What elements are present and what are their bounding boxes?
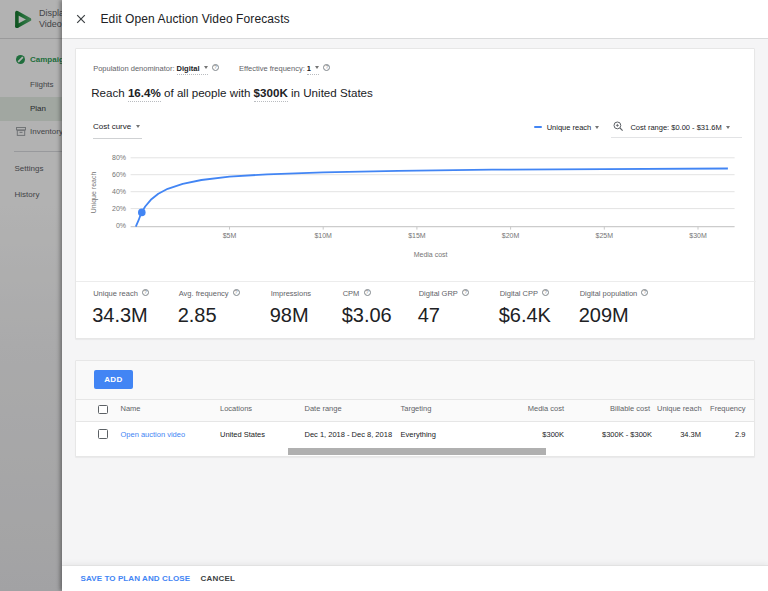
svg-text:$5M: $5M bbox=[223, 232, 237, 239]
svg-text:20%: 20% bbox=[112, 205, 126, 212]
svg-text:$30M: $30M bbox=[690, 232, 708, 239]
svg-text:$10M: $10M bbox=[315, 232, 333, 239]
svg-text:Media cost: Media cost bbox=[414, 250, 448, 257]
svg-text:$25M: $25M bbox=[596, 232, 614, 239]
svg-text:40%: 40% bbox=[112, 188, 126, 195]
svg-text:$15M: $15M bbox=[409, 232, 427, 239]
svg-text:0%: 0% bbox=[116, 222, 126, 229]
svg-text:60%: 60% bbox=[112, 171, 126, 178]
svg-text:Unique reach: Unique reach bbox=[90, 171, 98, 213]
svg-text:80%: 80% bbox=[112, 154, 126, 161]
svg-text:$20M: $20M bbox=[502, 232, 520, 239]
